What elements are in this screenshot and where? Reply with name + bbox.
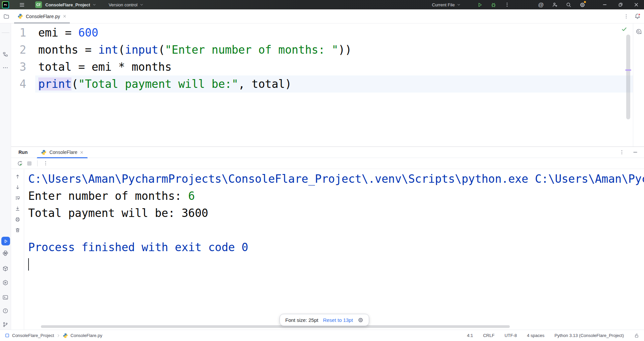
- code-line[interactable]: 2months = int(input("Enter number of mon…: [11, 41, 633, 58]
- token-plain: (: [71, 77, 78, 91]
- code-line[interactable]: 4print("Total payment will be:", total): [11, 75, 633, 93]
- console-line: [28, 256, 644, 273]
- run-tab-close-icon[interactable]: [80, 151, 84, 154]
- line-number: 1: [11, 24, 35, 41]
- console-caret: [28, 258, 29, 271]
- project-tool-window-folder-icon[interactable]: [1, 11, 11, 21]
- debug-button[interactable]: [489, 0, 498, 9]
- token-plain: total = emi * months: [38, 60, 171, 73]
- ai-assistant-icon[interactable]: @: [536, 0, 546, 9]
- token-plain: )): [338, 43, 352, 56]
- breadcrumb-project[interactable]: ConsoleFlare_Project: [12, 333, 54, 338]
- line-separator-widget[interactable]: CRLF: [483, 333, 494, 338]
- run-panel-options-kebab-icon[interactable]: [619, 150, 625, 155]
- chevron-down-icon: [92, 2, 97, 7]
- token-plain: emi =: [38, 26, 78, 39]
- token-number: 600: [78, 26, 98, 39]
- main-menu-hamburger-icon[interactable]: [17, 0, 27, 9]
- code-with-me-user-plus-icon[interactable]: [550, 0, 559, 9]
- token-plain: , total): [238, 77, 292, 91]
- editor-vertical-scrollbar[interactable]: [626, 35, 630, 119]
- token-system: Process finished with exit code 0: [28, 241, 248, 254]
- title-bar: PC CF ConsoleFlare_Project Version contr…: [0, 0, 644, 9]
- terminal-tool-icon[interactable]: [2, 294, 9, 301]
- notifications-bell-icon[interactable]: [634, 13, 641, 19]
- inspections-ok-check-icon[interactable]: [621, 26, 627, 32]
- editor-tab-consoleflare[interactable]: ConsoleFlare.py: [14, 9, 70, 23]
- project-badge: CF: [35, 1, 42, 8]
- python-file-icon: [63, 333, 68, 338]
- print-icon[interactable]: [15, 217, 20, 222]
- window-restore-button[interactable]: [612, 0, 628, 9]
- token-plain: Enter number of months:: [28, 189, 188, 203]
- clear-all-trash-icon[interactable]: [15, 227, 20, 233]
- stop-button-disabled[interactable]: [27, 161, 32, 166]
- breadcrumb-chevron-icon: [56, 334, 60, 338]
- search-everywhere-icon[interactable]: [564, 0, 573, 9]
- line-number: 3: [11, 58, 35, 75]
- token-input: 6: [188, 189, 195, 203]
- chevron-down-icon: [456, 2, 461, 7]
- right-tool-stripe: [633, 23, 644, 147]
- project-selector[interactable]: ConsoleFlare_Project: [43, 0, 99, 9]
- run-active-tab-underline: [37, 157, 88, 158]
- code-line[interactable]: 3total = emi * months: [11, 58, 633, 75]
- indent-widget[interactable]: 4 spaces: [527, 333, 544, 338]
- chevron-down-icon: [139, 2, 144, 7]
- code-lines: 1emi = 6002months = int(input("Enter num…: [11, 24, 633, 93]
- reset-font-size-link[interactable]: Reset to 13pt: [323, 317, 353, 323]
- version-control-menu[interactable]: Version control: [107, 0, 146, 9]
- run-tab-consoleflare[interactable]: ConsoleFlare: [37, 147, 88, 158]
- run-button[interactable]: [475, 0, 484, 9]
- up-the-stack-trace-icon[interactable]: [15, 174, 20, 179]
- more-actions-kebab-icon[interactable]: [502, 0, 512, 9]
- tab-close-icon[interactable]: [63, 14, 66, 18]
- run-tool-window: Run ConsoleFlare: [11, 147, 644, 330]
- console-line: C:\Users\Aman\PycharmProjects\ConsoleFla…: [28, 170, 644, 187]
- caret-position-widget[interactable]: 4:1: [467, 333, 473, 338]
- line-number: 4: [11, 75, 35, 93]
- token-system: C:\Users\Aman\PycharmProjects\ConsoleFla…: [28, 172, 644, 185]
- rerun-button[interactable]: [17, 161, 23, 166]
- ai-chat-tool-icon[interactable]: [635, 28, 642, 35]
- console-line: Process finished with exit code 0: [28, 239, 644, 256]
- python-packages-tool-icon[interactable]: [2, 265, 9, 272]
- token-builtin: int: [98, 43, 118, 56]
- more-tool-windows-icon[interactable]: [2, 64, 9, 71]
- run-configuration-selector[interactable]: Current File: [430, 0, 463, 9]
- run-toolbar-kebab-icon[interactable]: [43, 161, 48, 166]
- editor-options-kebab-icon[interactable]: [624, 14, 629, 19]
- console-horizontal-scrollbar[interactable]: [41, 325, 510, 328]
- status-bar: ConsoleFlare_Project ConsoleFlare.py 4:1…: [0, 330, 644, 341]
- window-minimize-button[interactable]: [597, 0, 612, 9]
- unlocked-padlock-icon[interactable]: [634, 333, 639, 338]
- services-tool-icon[interactable]: [2, 279, 9, 286]
- down-the-stack-trace-icon[interactable]: [15, 184, 20, 190]
- problems-tool-icon[interactable]: [2, 307, 9, 314]
- structure-tool-icon[interactable]: [2, 51, 9, 58]
- git-branch-tool-icon[interactable]: [2, 321, 9, 328]
- token-plain: (: [118, 43, 125, 56]
- console-line: Total payment will be: 3600: [28, 205, 644, 222]
- caret-position-marker: [625, 69, 631, 71]
- font-settings-gear-icon[interactable]: [358, 317, 363, 323]
- scroll-to-end-icon[interactable]: [15, 206, 20, 212]
- hide-tool-window-icon[interactable]: [633, 150, 638, 155]
- encoding-widget[interactable]: UTF-8: [504, 333, 517, 338]
- soft-wrap-icon[interactable]: [15, 195, 20, 201]
- breadcrumb-file[interactable]: ConsoleFlare.py: [70, 333, 102, 338]
- interpreter-widget[interactable]: Python 3.13 (ConsoleFlare_Project): [554, 333, 624, 338]
- token-string: "Total payment will be:": [78, 77, 238, 91]
- left-tool-stripe: [0, 23, 11, 330]
- font-size-tooltip: Font size: 25pt Reset to 13pt: [280, 314, 369, 326]
- python-console-tool-icon[interactable]: [2, 250, 9, 257]
- settings-gear-icon[interactable]: [578, 0, 587, 9]
- run-tab-label: ConsoleFlare: [49, 150, 77, 155]
- console-output[interactable]: C:\Users\Aman\PycharmProjects\ConsoleFla…: [24, 169, 644, 330]
- run-tool-window-button-active[interactable]: [1, 237, 10, 245]
- code-editor[interactable]: 1emi = 6002months = int(input("Enter num…: [11, 23, 633, 147]
- editor-tab-bar: ConsoleFlare.py: [0, 9, 644, 23]
- code-line[interactable]: 1emi = 600: [11, 24, 633, 41]
- window-close-button[interactable]: [628, 0, 644, 9]
- stripe-divider: [2, 33, 9, 33]
